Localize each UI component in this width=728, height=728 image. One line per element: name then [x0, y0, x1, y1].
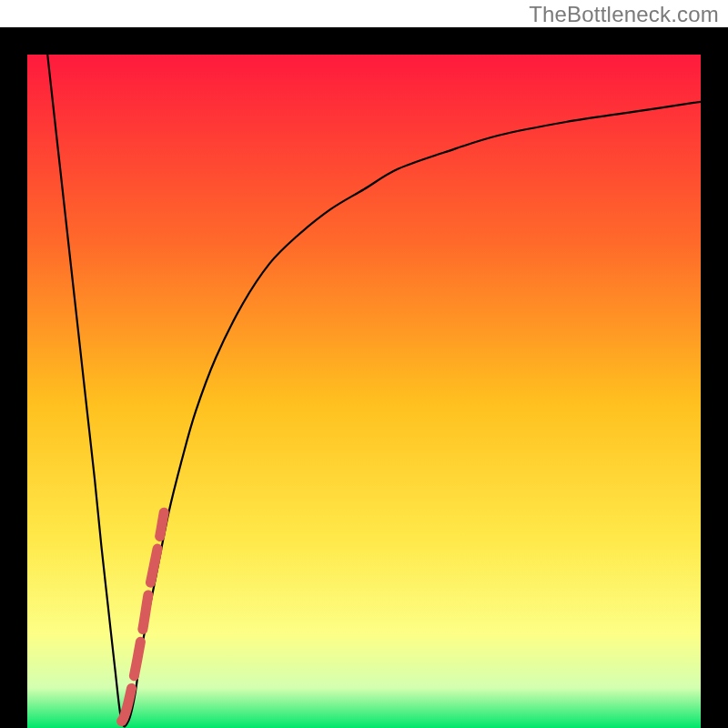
watermark-text: TheBottleneck.com — [529, 2, 719, 27]
bottleneck-chart — [27, 55, 701, 728]
gradient-background — [27, 55, 701, 728]
plot-frame — [0, 27, 728, 728]
